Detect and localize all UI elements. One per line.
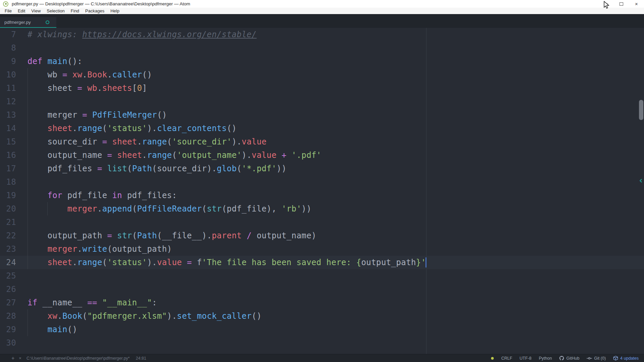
tab-pdfmerger[interactable]: pdfmerger.py	[0, 17, 56, 28]
line-number[interactable]: 8	[0, 41, 16, 55]
window-titlebar: pdfmerger.py — Desktop\pdfmerger — C:\Us…	[0, 0, 644, 8]
code-line-24[interactable]: 24 sheet.range('status').value = f'The f…	[0, 256, 644, 269]
panel-chevron-icon[interactable]: ‹	[638, 176, 644, 185]
code-line-16[interactable]: 16 output_name = sheet.range('output_nam…	[0, 148, 644, 162]
line-number[interactable]: 15	[0, 135, 16, 148]
code-text: wb = xw.Book.caller()	[16, 68, 152, 81]
line-number[interactable]: 12	[0, 95, 16, 108]
menu-help[interactable]: Help	[107, 8, 122, 13]
modified-indicator-icon[interactable]	[46, 20, 49, 24]
code-line-23[interactable]: 23 merger.write(output_path)	[0, 242, 644, 256]
line-number[interactable]: 27	[0, 296, 16, 309]
maximize-button[interactable]	[614, 0, 629, 8]
code-text: merger = PdfFileMerger()	[16, 108, 167, 122]
code-text	[16, 41, 28, 55]
grammar-indicator[interactable]: Python	[539, 356, 552, 361]
code-text: output_name = sheet.range('output_name')…	[16, 148, 321, 162]
remove-icon[interactable]: ×	[19, 356, 21, 360]
code-line-10[interactable]: 10 wb = xw.Book.caller()	[0, 68, 644, 81]
code-line-19[interactable]: 19 for pdf_file in pdf_files:	[0, 189, 644, 202]
line-number[interactable]: 19	[0, 189, 16, 202]
line-number[interactable]: 28	[0, 309, 16, 323]
git-label: Git (0)	[594, 356, 606, 361]
line-number[interactable]: 14	[0, 122, 16, 135]
line-number[interactable]: 24	[0, 256, 16, 269]
code-text	[16, 283, 28, 296]
file-path: C:\Users\Bananatree\Desktop\pdfmerger\pd…	[26, 356, 130, 361]
code-text: merger.write(output_path)	[16, 242, 172, 256]
add-icon[interactable]: +	[11, 356, 14, 361]
code-text: if __name__ == "__main__":	[16, 296, 157, 309]
code-line-9[interactable]: 9def main():	[0, 55, 644, 68]
code-text: def main():	[16, 55, 82, 68]
line-number[interactable]: 21	[0, 216, 16, 229]
line-number[interactable]: 29	[0, 323, 16, 336]
code-text: sheet = wb.sheets[0]	[16, 81, 147, 95]
updates-button[interactable]: 4 updates	[613, 356, 639, 361]
code-line-22[interactable]: 22 output_path = str(Path(__file__).pare…	[0, 229, 644, 242]
line-number[interactable]: 13	[0, 108, 16, 122]
code-line-27[interactable]: 27if __name__ == "__main__":	[0, 296, 644, 309]
line-ending-indicator[interactable]: CRLF	[501, 356, 512, 361]
code-text: output_path = str(Path(__file__).parent …	[16, 229, 316, 242]
code-line-15[interactable]: 15 source_dir = sheet.range('source_dir'…	[0, 135, 644, 148]
code-text: xw.Book("pdfmerger.xlsm").set_mock_calle…	[16, 309, 262, 323]
tab-bar: pdfmerger.py	[0, 14, 644, 28]
editor-pane[interactable]: 7# xlwings: https://docs.xlwings.org/en/…	[0, 28, 644, 354]
code-line-25[interactable]: 25	[0, 269, 644, 283]
scrollbar-thumb[interactable]	[639, 100, 643, 120]
line-number[interactable]: 25	[0, 269, 16, 283]
code-line-7[interactable]: 7# xlwings: https://docs.xlwings.org/en/…	[0, 28, 644, 41]
menu-file[interactable]: File	[2, 8, 15, 13]
close-button[interactable]: ×	[629, 0, 644, 8]
line-number[interactable]: 17	[0, 162, 16, 175]
git-commit-icon	[587, 356, 592, 361]
menu-edit[interactable]: Edit	[15, 8, 28, 13]
cursor-position[interactable]: 24:81	[136, 356, 146, 361]
code-text: sheet.range('status').clear_contents()	[16, 122, 237, 135]
updates-label: 4 updates	[620, 356, 639, 361]
menu-selection[interactable]: Selection	[44, 8, 67, 13]
line-number[interactable]: 18	[0, 175, 16, 189]
atom-window: { "window": { "title": "pdfmerger.py — D…	[0, 0, 644, 362]
line-number[interactable]: 9	[0, 55, 16, 68]
code-line-11[interactable]: 11 sheet = wb.sheets[0]	[0, 81, 644, 95]
code-line-26[interactable]: 26	[0, 283, 644, 296]
line-number[interactable]: 11	[0, 81, 16, 95]
line-number[interactable]: 10	[0, 68, 16, 81]
code-line-20[interactable]: 20 merger.append(PdfFileReader(str(pdf_f…	[0, 202, 644, 216]
code-line-8[interactable]: 8	[0, 41, 644, 55]
line-number[interactable]: 26	[0, 283, 16, 296]
encoding-indicator[interactable]: UTF-8	[520, 356, 531, 361]
code-line-21[interactable]: 21	[0, 216, 644, 229]
code-line-18[interactable]: 18	[0, 175, 644, 189]
code-text: source_dir = sheet.range('source_dir').v…	[16, 135, 267, 148]
line-number[interactable]: 20	[0, 202, 16, 216]
code-line-13[interactable]: 13 merger = PdfFileMerger()	[0, 108, 644, 122]
code-text: merger.append(PdfFileReader(str(pdf_file…	[16, 202, 312, 216]
github-button[interactable]: GitHub	[559, 356, 579, 361]
code-line-30[interactable]: 30	[0, 336, 644, 350]
line-number[interactable]: 16	[0, 148, 16, 162]
code-line-28[interactable]: 28 xw.Book("pdfmerger.xlsm").set_mock_ca…	[0, 309, 644, 323]
mouse-cursor	[603, 1, 610, 11]
code-line-29[interactable]: 29 main()	[0, 323, 644, 336]
menu-find[interactable]: Find	[68, 8, 82, 13]
code-line-14[interactable]: 14 sheet.range('status').clear_contents(…	[0, 122, 644, 135]
code-text	[16, 269, 28, 283]
line-number[interactable]: 30	[0, 336, 16, 350]
menu-bar: FileEditViewSelectionFindPackagesHelp	[0, 8, 644, 14]
close-icon: ×	[635, 1, 638, 6]
line-number[interactable]: 7	[0, 28, 16, 41]
line-number[interactable]: 22	[0, 229, 16, 242]
line-number[interactable]: 23	[0, 242, 16, 256]
code-line-17[interactable]: 17 pdf_files = list(Path(source_dir).glo…	[0, 162, 644, 175]
git-button[interactable]: Git (0)	[587, 356, 606, 361]
code-text: pdf_files = list(Path(source_dir).glob('…	[16, 162, 286, 175]
menu-view[interactable]: View	[28, 8, 44, 13]
menu-packages[interactable]: Packages	[82, 8, 107, 13]
code-text: main()	[16, 323, 77, 336]
window-title: pdfmerger.py — Desktop\pdfmerger — C:\Us…	[12, 1, 190, 6]
code-text	[16, 216, 28, 229]
code-line-12[interactable]: 12	[0, 95, 644, 108]
